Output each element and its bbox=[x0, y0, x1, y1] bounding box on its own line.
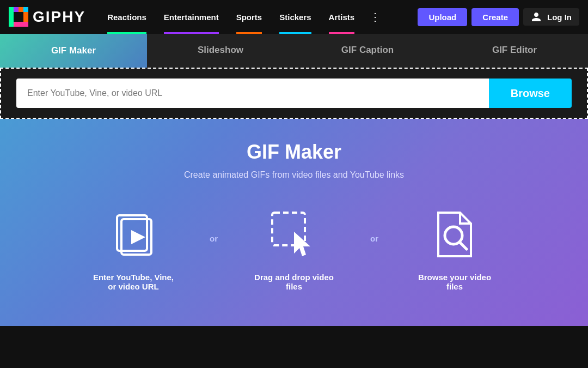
main-subtitle: Create animated GIFs from video files an… bbox=[184, 170, 404, 180]
or-text-2: or bbox=[370, 234, 378, 243]
nav-link-sports[interactable]: Sports bbox=[228, 0, 271, 34]
logo[interactable]: GIPHY bbox=[9, 7, 85, 27]
video-file-icon bbox=[106, 207, 161, 262]
svg-marker-9 bbox=[131, 230, 145, 244]
login-label: Log In bbox=[547, 13, 572, 22]
icon-drag: Drag and drop video files bbox=[250, 207, 338, 291]
user-login-area[interactable]: Log In bbox=[523, 8, 579, 26]
or-text-1: or bbox=[210, 234, 218, 243]
nav-link-stickers[interactable]: Stickers bbox=[271, 0, 320, 34]
user-icon bbox=[531, 11, 542, 22]
svg-rect-1 bbox=[14, 7, 19, 12]
nav-link-artists[interactable]: Artists bbox=[320, 0, 364, 34]
more-options-icon[interactable]: ⋮ bbox=[363, 0, 387, 34]
icons-row: Enter YouTube, Vine, or video URL or Dra… bbox=[90, 207, 498, 291]
create-button[interactable]: Create bbox=[471, 8, 519, 26]
browse-icon bbox=[427, 207, 482, 262]
tabs: GIF Maker Slideshow GIF Caption GIF Edit… bbox=[0, 34, 588, 68]
video-icon-label: Enter YouTube, Vine, or video URL bbox=[90, 273, 177, 291]
drag-icon-label: Drag and drop video files bbox=[250, 273, 338, 291]
svg-rect-4 bbox=[14, 22, 19, 27]
browse-button[interactable]: Browse bbox=[489, 79, 572, 108]
drag-drop-icon bbox=[267, 207, 321, 262]
navbar: GIPHY Reactions Entertainment Sports Sti… bbox=[0, 0, 588, 34]
main-content: GIF Maker Create animated GIFs from vide… bbox=[0, 119, 588, 326]
svg-rect-2 bbox=[19, 7, 23, 12]
tab-slideshow[interactable]: Slideshow bbox=[147, 34, 294, 68]
upload-button[interactable]: Upload bbox=[418, 8, 467, 26]
svg-marker-11 bbox=[294, 232, 310, 256]
svg-rect-0 bbox=[9, 7, 14, 27]
tab-gif-caption[interactable]: GIF Caption bbox=[294, 34, 441, 68]
tab-gif-maker[interactable]: GIF Maker bbox=[0, 34, 147, 68]
giphy-logo-icon bbox=[9, 7, 28, 27]
svg-rect-5 bbox=[19, 22, 28, 27]
upload-area: Browse bbox=[0, 68, 588, 119]
svg-rect-3 bbox=[23, 7, 28, 12]
main-title: GIF Maker bbox=[247, 141, 341, 164]
logo-text: GIPHY bbox=[33, 8, 85, 26]
url-input[interactable] bbox=[16, 79, 489, 108]
browse-icon-label: Browse your video files bbox=[411, 273, 498, 291]
nav-link-reactions[interactable]: Reactions bbox=[99, 0, 155, 34]
svg-rect-6 bbox=[23, 12, 28, 22]
nav-link-entertainment[interactable]: Entertainment bbox=[155, 0, 228, 34]
svg-line-13 bbox=[460, 242, 467, 249]
tab-gif-editor[interactable]: GIF Editor bbox=[441, 34, 588, 68]
icon-browse: Browse your video files bbox=[411, 207, 498, 291]
icon-video: Enter YouTube, Vine, or video URL bbox=[90, 207, 177, 291]
nav-actions: Upload Create Log In bbox=[418, 8, 579, 26]
nav-links: Reactions Entertainment Sports Stickers … bbox=[99, 0, 418, 34]
